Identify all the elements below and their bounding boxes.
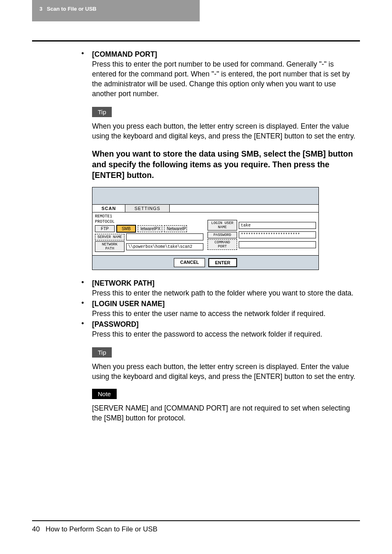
item-body: Press this to enter the password to acce… xyxy=(92,330,322,338)
password-button[interactable]: PASSWORD xyxy=(208,232,237,238)
bullet-icon xyxy=(81,299,92,319)
ftp-button[interactable]: FTP xyxy=(95,225,115,232)
note-badge: Note xyxy=(92,389,117,399)
bullet-icon xyxy=(81,278,92,298)
netware-ipx-button[interactable]: letwareIPX xyxy=(138,225,162,232)
chapter-header: 3 Scan to File or USB xyxy=(32,0,200,21)
server-name-button[interactable]: SERVER NAME xyxy=(95,234,125,240)
list-item: [LOGIN USER NAME] Press this to enter th… xyxy=(81,299,360,319)
server-name-field[interactable] xyxy=(126,233,203,240)
bullet-icon xyxy=(81,49,92,99)
tab-scan[interactable]: SCAN xyxy=(92,205,125,212)
bullet-icon xyxy=(81,319,92,339)
cancel-button[interactable]: CANCEL xyxy=(174,258,205,267)
item-body: Press this to enter the user name to acc… xyxy=(92,309,325,318)
item-title: [LOGIN USER NAME] xyxy=(92,300,165,308)
password-field[interactable]: ************************ xyxy=(239,231,316,238)
login-user-field[interactable]: take xyxy=(239,222,316,229)
list-item: [PASSWORD] Press this to enter the passw… xyxy=(81,319,360,339)
item-title: [PASSWORD] xyxy=(92,320,138,328)
login-user-button[interactable]: LOGIN USER NAME xyxy=(208,220,237,231)
chapter-number: 3 xyxy=(39,6,42,12)
item-title: [NETWORK PATH] xyxy=(92,279,154,287)
tip-text: When you press each button, the letter e… xyxy=(92,362,360,381)
chapter-title: Scan to File or USB xyxy=(47,6,97,12)
command-port-field[interactable] xyxy=(239,241,316,248)
list-item: [NETWORK PATH] Press this to enter the n… xyxy=(81,278,360,298)
page-footer: 40 How to Perform Scan to File or USB xyxy=(32,520,360,533)
remote-label: REMOTE1 xyxy=(95,214,203,219)
tip-text: When you press each button, the letter e… xyxy=(92,121,360,141)
top-rule xyxy=(32,40,360,42)
enter-button[interactable]: ENTER xyxy=(208,258,237,267)
tip-badge: Tip xyxy=(92,347,112,358)
page-content: [COMMAND PORT] Press this to enter the p… xyxy=(32,48,360,423)
item-body: Press this to enter the port number to b… xyxy=(92,60,350,98)
tip-badge: Tip xyxy=(92,107,112,117)
note-text: [SERVER NAME] and [COMMAND PORT] are not… xyxy=(92,403,360,423)
page-number: 40 xyxy=(32,525,40,533)
list-item: [COMMAND PORT] Press this to enter the p… xyxy=(81,49,360,99)
netware-ip-button[interactable]: NetwareIP xyxy=(164,225,187,232)
network-path-field[interactable]: \\powerbox\home\take\scan2 xyxy=(126,243,203,250)
item-body: Press this to enter the network path to … xyxy=(92,289,353,297)
command-port-button[interactable]: COMMAND PORT xyxy=(208,239,237,250)
protocol-label: PROTOCOL xyxy=(95,219,203,224)
subheading: When you want to store the data using SM… xyxy=(92,148,360,180)
network-path-button[interactable]: NETWORK PATH xyxy=(95,241,125,252)
device-screenshot: SCAN SETTINGS REMOTE1 PROTOCOL FTP SMB l… xyxy=(92,187,319,270)
tab-settings[interactable]: SETTINGS xyxy=(125,205,170,212)
footer-title: How to Perform Scan to File or USB xyxy=(46,525,157,533)
smb-button[interactable]: SMB xyxy=(116,225,136,233)
item-title: [COMMAND PORT] xyxy=(92,50,157,58)
